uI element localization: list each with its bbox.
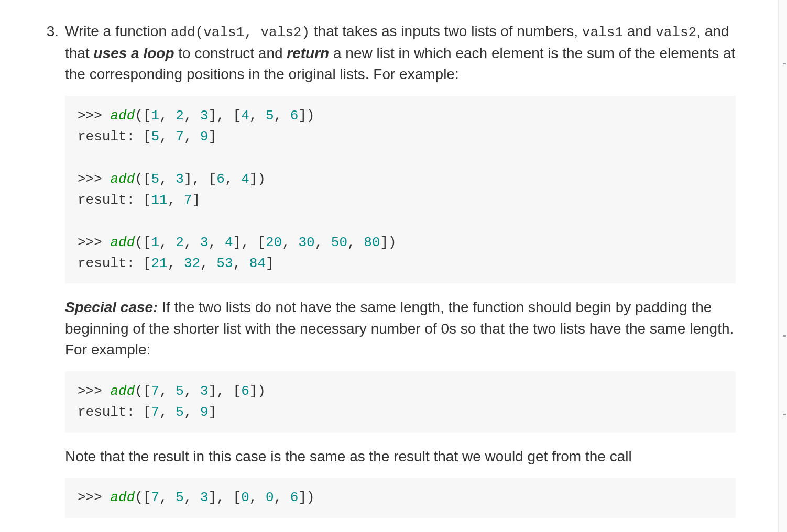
document-page: 3. Write a function add(vals1, vals2) th… [0, 0, 787, 532]
number: 6 [216, 171, 225, 187]
sep: , [315, 235, 331, 250]
fn-name: add [110, 490, 135, 505]
number: 1 [151, 108, 159, 124]
number: 5 [176, 383, 184, 399]
punct: ]) [298, 490, 314, 505]
emphasis-loop: uses a loop [93, 45, 174, 61]
sep: , [233, 256, 249, 271]
scrollbar-mark [783, 414, 786, 415]
special-case-label: Special case: [65, 299, 158, 315]
result-label: result: [78, 256, 135, 271]
number: 7 [184, 192, 192, 208]
punct: ]) [249, 171, 266, 187]
number: 7 [151, 383, 159, 399]
fn-name: add [110, 383, 135, 399]
punct: ([ [135, 490, 151, 505]
number: 32 [184, 256, 200, 271]
number: 4 [241, 171, 249, 187]
sep: , [249, 108, 266, 124]
number: 21 [151, 256, 167, 271]
number: 4 [241, 108, 249, 124]
sep: , [249, 490, 266, 505]
punct: ], [ [209, 490, 241, 505]
punct: [ [135, 256, 151, 271]
punct: [ [135, 129, 151, 145]
sep: , [168, 192, 184, 208]
sep: , [274, 108, 290, 124]
special-case-text: If the two lists do not have the same le… [65, 299, 734, 358]
sep: , [184, 404, 200, 420]
fn-name: add [110, 235, 135, 250]
number: 9 [200, 129, 209, 145]
number: 30 [298, 235, 314, 250]
sep: , [184, 108, 200, 124]
scrollbar-mark [783, 63, 786, 64]
punct: ([ [135, 171, 151, 187]
punct: ([ [135, 383, 151, 399]
sep: , [184, 383, 200, 399]
sep: , [184, 129, 200, 145]
number: 80 [364, 235, 380, 250]
punct: ]) [298, 108, 314, 124]
fn-name: add [110, 171, 135, 187]
special-case-paragraph: Special case: If the two lists do not ha… [65, 297, 736, 361]
number: 0 [241, 490, 249, 505]
code-example-3: >>> add([7, 5, 3], [0, 0, 6]) [65, 478, 736, 517]
note-paragraph: Note that the result in this case is the… [65, 446, 736, 468]
code-example-1: >>> add([1, 2, 3], [4, 5, 6]) result: [5… [65, 96, 736, 283]
number: 7 [151, 404, 159, 420]
prompt: >>> [78, 171, 102, 187]
number: 5 [176, 404, 184, 420]
punct: ([ [135, 235, 151, 250]
number: 6 [290, 108, 299, 124]
prompt: >>> [78, 108, 102, 124]
punct: ], [ [233, 235, 266, 250]
punct: ] [209, 129, 217, 145]
punct: ], [ [184, 171, 216, 187]
punct: ([ [135, 108, 151, 124]
number: 5 [151, 129, 159, 145]
result-label: result: [78, 129, 135, 145]
scrollbar-track[interactable] [778, 0, 787, 532]
sep: , [184, 235, 200, 250]
number: 5 [266, 108, 274, 124]
number: 2 [176, 108, 184, 124]
problem-body: Write a function add(vals1, vals2) that … [65, 21, 736, 531]
number: 4 [225, 235, 233, 250]
number: 53 [216, 256, 233, 271]
number: 9 [200, 404, 209, 420]
identifier-vals1: vals1 [582, 25, 623, 40]
punct: ]) [380, 235, 397, 250]
sep: , [159, 129, 176, 145]
number: 1 [151, 235, 159, 250]
prompt: >>> [78, 490, 102, 505]
emphasis-return: return [287, 45, 329, 61]
number: 7 [176, 129, 184, 145]
sep: , [168, 256, 184, 271]
prompt: >>> [78, 235, 102, 250]
punct: [ [135, 192, 151, 208]
number: 3 [200, 490, 209, 505]
sep: , [200, 256, 216, 271]
punct: ], [ [209, 383, 241, 399]
sep: , [159, 171, 176, 187]
number: 11 [151, 192, 167, 208]
punct: ] [192, 192, 200, 208]
punct: ] [209, 404, 217, 420]
code-example-2: >>> add([7, 5, 3], [6]) result: [7, 5, 9… [65, 371, 736, 433]
number: 3 [200, 235, 209, 250]
number: 6 [241, 383, 249, 399]
intro-text: that takes as inputs two lists of number… [310, 23, 582, 39]
number: 5 [151, 171, 159, 187]
punct: [ [135, 404, 151, 420]
problem-3: 3. Write a function add(vals1, vals2) th… [38, 21, 736, 531]
number: 3 [200, 383, 209, 399]
scrollbar-mark [783, 335, 786, 337]
result-label: result: [78, 192, 135, 208]
sep: , [159, 108, 176, 124]
fn-name: add [110, 108, 135, 124]
sep: , [159, 383, 176, 399]
result-label: result: [78, 404, 135, 420]
number: 20 [266, 235, 282, 250]
number: 84 [249, 256, 266, 271]
